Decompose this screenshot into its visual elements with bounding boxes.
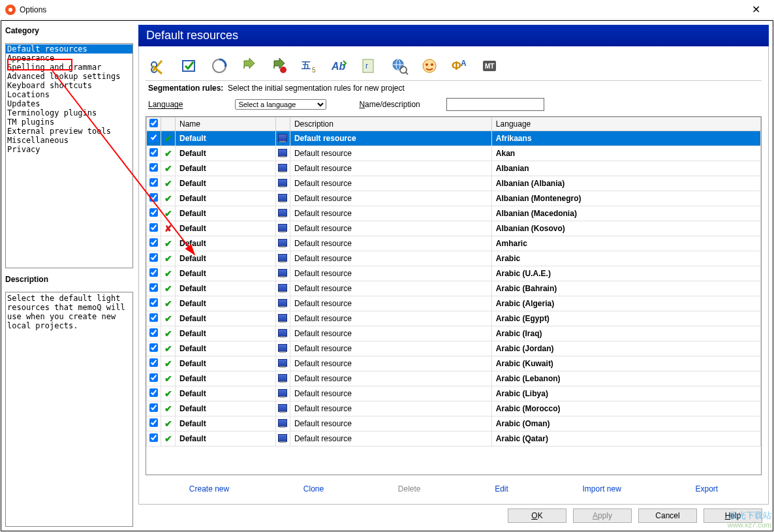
row-checkbox[interactable] [149,253,158,262]
name-filter-input[interactable] [446,98,544,111]
table-row[interactable]: ✔DefaultDefault resourceArabic [147,251,761,266]
row-checkbox[interactable] [149,433,158,442]
cross-icon: ✘ [164,223,172,234]
row-checkbox[interactable] [149,193,158,202]
row-checkbox[interactable] [149,388,158,397]
row-name: Default [176,146,276,161]
row-language: Albanian (Kosovo) [491,221,760,236]
category-item[interactable]: TM plugins [6,117,132,127]
segmentation-hint: Segmentation rules: Select the initial s… [146,80,762,97]
table-row[interactable]: ✔DefaultDefault resourceArabic (Kuwait) [147,356,761,371]
table-row[interactable]: ✔DefaultDefault resourceAlbanian (Monten… [147,191,761,206]
autocorrect-icon[interactable] [270,55,290,76]
category-item[interactable]: Privacy [6,145,132,154]
svg-text:r: r [365,61,368,70]
row-language: Albanian (Macedonia) [491,206,760,221]
category-item[interactable]: External preview tools [6,127,132,136]
table-row[interactable]: ✔DefaultDefault resourceAlbanian [147,161,761,176]
category-item[interactable]: Terminology plugins [6,108,132,117]
row-language: Arabic (Jordan) [491,341,760,356]
row-checkbox[interactable] [149,313,158,322]
language-select[interactable]: Select a language [235,99,326,110]
row-checkbox[interactable] [149,343,158,352]
row-checkbox[interactable] [149,163,158,172]
row-checkbox[interactable] [149,178,158,187]
web-search-icon[interactable] [390,55,410,76]
ignore-lists-icon[interactable]: r [360,55,380,76]
row-checkbox[interactable] [149,328,158,337]
category-list[interactable]: Default resourcesAppearanceSpelling and … [5,43,133,268]
row-checkbox[interactable] [149,268,158,277]
cancel-button[interactable]: Cancel [638,509,697,523]
col-description[interactable]: Description [290,117,491,131]
disk-icon [278,404,287,412]
clone-link[interactable]: Clone [303,484,324,493]
row-checkbox[interactable] [149,373,158,382]
table-row[interactable]: ✔DefaultDefault resourceAlbanian (Albani… [147,176,761,191]
table-row[interactable]: ✔DefaultDefault resourceArabic (Lebanon) [147,371,761,386]
row-checkbox[interactable] [149,223,158,232]
livedocs-icon[interactable] [420,55,441,76]
row-checkbox[interactable] [149,238,158,247]
row-language: Arabic (Algeria) [491,296,760,311]
row-checkbox[interactable] [149,403,158,412]
row-name: Default [176,251,276,266]
table-row[interactable]: ✔DefaultDefault resourceArabic (Libya) [147,386,761,401]
disk-icon [278,314,287,322]
table-row[interactable]: ✔DefaultDefault resourceAfrikaans [147,131,761,146]
segmentation-rules-icon[interactable] [149,55,170,76]
col-name[interactable]: Name [176,117,276,131]
category-item[interactable]: Keyboard shortcuts [6,81,132,90]
table-row[interactable]: ✔DefaultDefault resourceArabic (U.A.E.) [147,266,761,281]
disk-icon [278,194,287,202]
col-checkbox[interactable] [147,117,161,131]
mt-settings-icon[interactable]: MT [480,55,501,76]
table-row[interactable]: ✔DefaultDefault resourceAmharic [147,236,761,251]
table-row[interactable]: ✔DefaultDefault resourceAlbanian (Macedo… [147,206,761,221]
table-row[interactable]: ✔DefaultDefault resourceArabic (Bahrain) [147,281,761,296]
table-row[interactable]: ✔DefaultDefault resourceAkan [147,146,761,161]
export-path-icon[interactable] [240,55,260,76]
close-icon[interactable]: ✕ [743,3,769,16]
row-description: Default resource [290,131,491,146]
row-checkbox[interactable] [149,358,158,367]
ok-button[interactable]: OK [508,509,566,523]
table-row[interactable]: ✔DefaultDefault resourceArabic (Morocco) [147,401,761,416]
nontrans-icon[interactable]: 五5 [300,55,320,76]
qa-settings-icon[interactable] [179,55,200,76]
category-item[interactable]: Miscellaneous [6,136,132,145]
svg-text:五: 五 [301,60,311,70]
autotrans-icon[interactable]: Ab [330,55,350,76]
table-row[interactable]: ✔DefaultDefault resourceArabic (Algeria) [147,296,761,311]
export-link[interactable]: Export [695,484,718,493]
row-checkbox[interactable] [149,133,158,142]
row-checkbox[interactable] [149,148,158,157]
table-row[interactable]: ✔DefaultDefault resourceArabic (Egypt) [147,311,761,326]
table-row[interactable]: ✔DefaultDefault resourceArabic (Oman) [147,416,761,431]
edit-link[interactable]: Edit [495,484,508,493]
row-description: Default resource [290,266,491,281]
table-row[interactable]: ✔DefaultDefault resourceArabic (Jordan) [147,341,761,356]
row-checkbox[interactable] [149,283,158,292]
category-item[interactable]: Locations [6,90,132,99]
check-icon: ✔ [164,163,172,174]
category-item[interactable]: Advanced lookup settings [6,72,132,81]
import-new-link[interactable]: Import new [582,484,621,493]
category-item[interactable]: Updates [6,99,132,108]
svg-text:Ab: Ab [331,61,346,72]
svg-line-15 [405,72,408,74]
row-checkbox[interactable] [149,298,158,307]
row-name: Default [176,431,276,446]
tm-settings-icon[interactable] [209,55,230,76]
category-item[interactable]: Default resources [6,44,132,54]
col-language[interactable]: Language [491,117,760,131]
disk-icon [278,374,287,382]
create-new-link[interactable]: Create new [189,484,229,493]
row-checkbox[interactable] [149,208,158,217]
row-checkbox[interactable] [149,418,158,427]
font-sub-icon[interactable]: ΦA [450,55,471,76]
table-row[interactable]: ✔DefaultDefault resourceArabic (Iraq) [147,326,761,341]
row-description: Default resource [290,251,491,266]
table-row[interactable]: ✔DefaultDefault resourceArabic (Qatar) [147,431,761,446]
table-row[interactable]: ✘DefaultDefault resourceAlbanian (Kosovo… [147,221,761,236]
